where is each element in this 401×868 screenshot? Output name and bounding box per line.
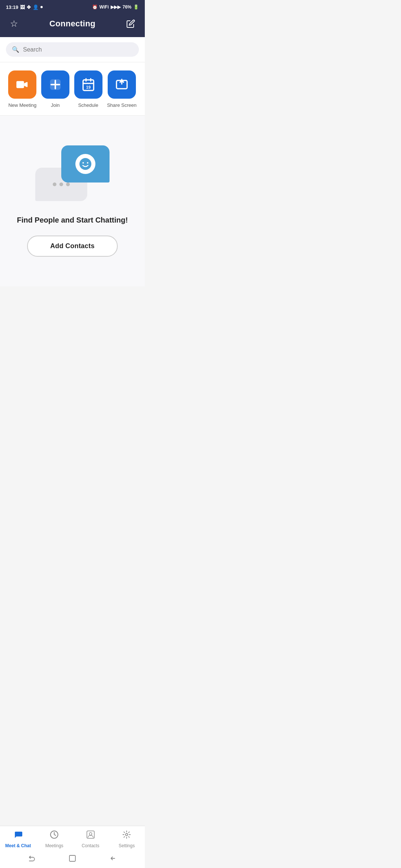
new-meeting-icon-wrap (8, 70, 36, 99)
page-title: Connecting (49, 19, 95, 29)
alarm-icon: ⏰ (92, 4, 98, 10)
status-bar: 13:19 🖼 ✥ 👤 ⏰ WiFi ▶▶▶ 76% 🔋 (0, 0, 145, 13)
join-label: Join (51, 102, 60, 108)
star-button[interactable]: ☆ (7, 17, 21, 30)
schedule-button[interactable]: 19 Schedule (74, 70, 102, 108)
header: ☆ Connecting (0, 13, 145, 37)
chat-illustration (35, 145, 110, 205)
new-meeting-label: New Meeting (8, 102, 36, 108)
photo-icon: 🖼 (20, 4, 25, 10)
status-right: ⏰ WiFi ▶▶▶ 76% 🔋 (92, 4, 139, 10)
join-icon-wrap (41, 70, 69, 99)
share-screen-icon (115, 78, 129, 92)
dot-1 (53, 183, 56, 186)
calendar-icon: 19 (81, 78, 95, 92)
dot-3 (66, 183, 70, 186)
search-icon: 🔍 (12, 46, 19, 53)
actions-container: New Meeting Join 19 Schedule (0, 62, 145, 116)
find-people-text: Find People and Start Chatting! (17, 216, 128, 224)
svg-text:19: 19 (86, 85, 90, 89)
avatar-icon: 👤 (33, 4, 39, 10)
dot-indicator (40, 6, 43, 8)
svg-point-7 (87, 162, 88, 164)
main-content: Find People and Start Chatting! Add Cont… (0, 116, 145, 286)
video-camera-icon (15, 78, 29, 92)
time: 13:19 (6, 4, 18, 10)
svg-rect-0 (16, 81, 24, 88)
svg-point-6 (82, 162, 84, 164)
signal-icon: ▶▶▶ (111, 4, 121, 10)
smiley-svg (79, 157, 92, 171)
new-meeting-button[interactable]: New Meeting (8, 70, 36, 108)
share-screen-button[interactable]: Share Screen (107, 70, 137, 108)
battery-percent: 76% (123, 4, 131, 10)
wifi-icon: WiFi (100, 4, 109, 10)
star-icon: ☆ (10, 19, 18, 29)
search-input[interactable] (23, 46, 133, 53)
plus-icon (48, 78, 62, 92)
smiley-face (75, 154, 95, 174)
blue-bubble (61, 145, 110, 183)
battery-icon: 🔋 (133, 4, 139, 10)
share-screen-label: Share Screen (107, 102, 137, 108)
schedule-label: Schedule (78, 102, 98, 108)
dot-2 (59, 183, 63, 186)
edit-button[interactable] (124, 17, 137, 30)
edit-icon (126, 19, 135, 28)
search-container: 🔍 (0, 37, 145, 62)
svg-point-5 (79, 158, 91, 170)
status-left: 13:19 🖼 ✥ 👤 (6, 4, 43, 10)
join-button[interactable]: Join (41, 70, 69, 108)
move-icon: ✥ (27, 4, 31, 10)
add-contacts-button[interactable]: Add Contacts (27, 236, 117, 257)
search-wrapper: 🔍 (6, 42, 139, 57)
schedule-icon-wrap: 19 (74, 70, 102, 99)
share-screen-icon-wrap (108, 70, 136, 99)
